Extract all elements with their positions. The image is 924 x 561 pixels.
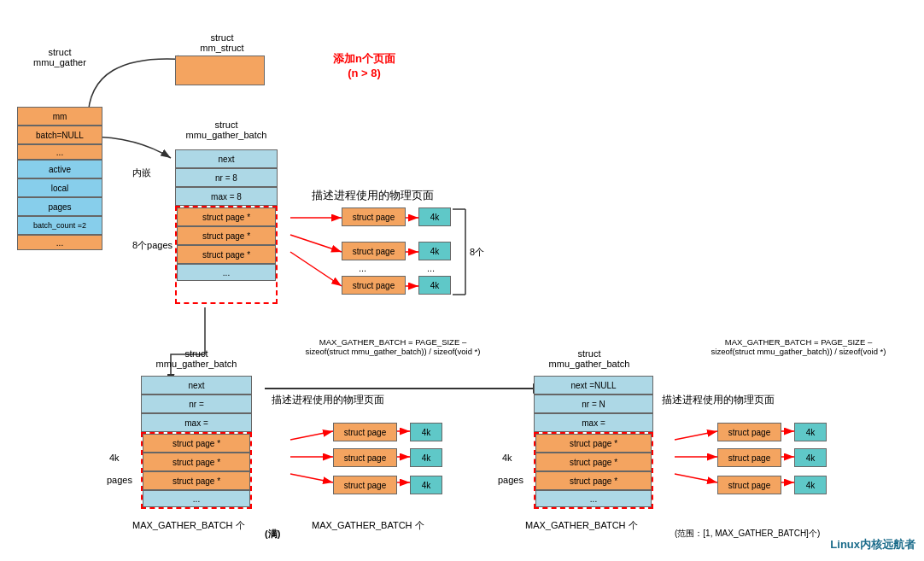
struct-page-top-3: struct page [342,276,406,295]
sp5-field: struct page * [143,453,250,471]
4k-br-2: 4k [794,448,827,467]
nr-field-br: nr = N [534,394,653,413]
sp2-field: struct page * [177,226,276,245]
next-field-br: next =NULL [534,376,653,394]
4k-label-br: 4k [502,453,512,463]
4k-label-bl: 4k [109,453,120,463]
4k-br-3: 4k [794,476,827,494]
4k-bl-2: 4k [410,448,442,467]
batch-label-top: structmmu_gather_batch [179,120,273,140]
active-field: active [17,160,102,178]
dots-pages-bl: ... [143,490,250,507]
batch-label-bottom-right: structmmu_gather_batch [538,348,640,369]
arrows-overlay [0,0,924,561]
4k-bl-3: 4k [410,476,442,494]
pages-field: pages [17,197,102,216]
struct-page-top-2: struct page [342,242,406,260]
watermark: Linux内核远航者 [830,537,915,552]
4k-top-1: 4k [418,207,451,226]
sp4-field: struct page * [143,434,250,453]
max-formula-left: MAX_GATHER_BATCH = PAGE_SIZE –sizeof(str… [265,337,521,356]
mm-struct-label: structmm_struct [184,32,260,53]
max-formula-right: MAX_GATHER_BATCH = PAGE_SIZE –sizeof(str… [683,337,914,356]
struct-page-bl-1: struct page [333,423,397,441]
mmu-gather-label: struct mmu_gather [26,47,94,67]
mm-struct-box [175,56,265,85]
pages-label-bl: pages [107,475,132,485]
phys-pages-label-br: 描述进程使用的物理页面 [662,393,775,407]
sp6-field: struct page * [143,471,250,490]
range-label: (范围：[1, MAX_GATHER_BATCH]个) [675,528,820,540]
max-field-br: max = [534,413,653,432]
max-gather-batch-label-bl: MAX_GATHER_BATCH 个 [132,519,245,532]
eight-bracket-label: 8个 [470,246,484,259]
struct-page-br-2: struct page [717,448,781,467]
4k-top-3: 4k [418,276,451,295]
struct-page-bl-3: struct page [333,476,397,494]
dots-struct-pages: ... [359,263,366,273]
batch-count-field: batch_count =2 [17,216,102,235]
phys-pages-label-bl: 描述进程使用的物理页面 [272,393,384,407]
dots-pages-top: ... [177,264,276,281]
sp3-field: struct page * [177,245,276,264]
dots-4k: ... [427,263,435,273]
mm-field: mm [17,107,102,126]
sp9-field: struct page * [535,471,652,490]
max-field-bl: max = [141,413,252,432]
struct-page-bl-2: struct page [333,448,397,467]
add-pages-label: 添加n个页面(n > 8) [333,51,395,79]
dots-field1: ... [17,144,102,160]
struct-page-top-1: struct page [342,207,406,226]
max-gather-batch-label-bl2: MAX_GATHER_BATCH 个 [312,519,424,532]
4k-bl-1: 4k [410,423,442,441]
full-label: (满) [265,528,280,541]
local-field: local [17,178,102,197]
eight-pages-label: 8个pages [132,239,173,252]
batch-label-bottom-left: structmmu_gather_batch [145,348,248,369]
sp8-field: struct page * [535,453,652,471]
nr8-field: nr = 8 [175,168,278,187]
sp1-field: struct page * [177,207,276,226]
phys-pages-label-top: 描述进程使用的物理页面 [312,188,434,203]
4k-br-1: 4k [794,423,827,441]
next-field-bl: next [141,376,252,394]
pages-label-br: pages [498,475,523,485]
batch-null-field: batch=NULL [17,126,102,144]
max8-field: max = 8 [175,187,278,206]
diagram-container: struct mmu_gather mm batch=NULL ... acti… [0,0,924,561]
4k-top-2: 4k [418,242,451,260]
nr-field-bl: nr = [141,394,252,413]
struct-page-br-3: struct page [717,476,781,494]
next-field-top: next [175,149,278,168]
dots-pages-br: ... [535,490,652,507]
dots-field2: ... [17,235,102,250]
struct-page-br-1: struct page [717,423,781,441]
max-gather-batch-br: MAX_GATHER_BATCH 个 [525,519,638,532]
sp7-field: struct page * [535,434,652,453]
embed-label: 内嵌 [132,167,151,179]
